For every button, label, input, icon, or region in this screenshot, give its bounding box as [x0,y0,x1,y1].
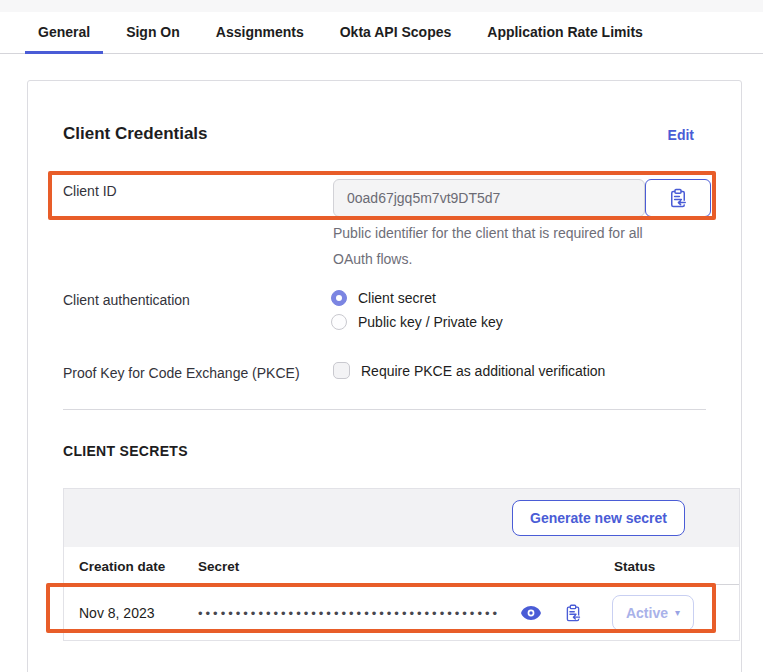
client-id-input[interactable]: 0oad67jgq5m7vt9DT5d7 [333,179,645,217]
chevron-down-icon: ▾ [675,607,680,618]
reveal-secret-button[interactable] [521,603,541,623]
radio-selected-icon[interactable] [331,290,347,306]
radio-option-public-private-key[interactable]: Public key / Private key [331,314,503,330]
tab-okta-api-scopes[interactable]: Okta API Scopes [327,12,465,54]
eye-icon [521,606,541,620]
pkce-option-row[interactable]: Require PKCE as additional verification [333,362,605,379]
tab-sign-on[interactable]: Sign On [113,12,193,54]
column-header-creation-date: Creation date [79,558,165,573]
top-strip [0,0,763,12]
client-id-label: Client ID [63,183,117,199]
clipboard-copy-icon [668,188,688,208]
clipboard-copy-icon [564,604,582,622]
tab-application-rate-limits[interactable]: Application Rate Limits [474,12,656,54]
radio-option-label: Client secret [358,290,436,306]
masked-secret-cell: •••••••••••••••••••••••••••••••••••••••• [198,605,500,620]
client-credentials-card: Client Credentials Edit Client ID 0oad67… [27,80,742,672]
table-toolbar: Generate new secret [64,489,739,547]
tab-general[interactable]: General [25,12,103,54]
section-divider [63,409,706,410]
client-secrets-table: Generate new secret Creation date Secret… [63,488,740,641]
table-header: Creation date Secret Status [64,547,739,585]
radio-unselected-icon[interactable] [331,314,347,330]
section-title: Client Credentials [63,124,208,144]
secret-table-row: Nov 8, 2023 ••••••••••••••••••••••••••••… [64,585,739,640]
okta-app-settings-page: General Sign On Assignments Okta API Sco… [0,0,763,672]
client-id-help-text: Public identifier for the client that is… [333,220,678,272]
tab-assignments[interactable]: Assignments [203,12,317,54]
generate-new-secret-button[interactable]: Generate new secret [512,500,685,536]
column-header-secret: Secret [198,558,239,573]
edit-button[interactable]: Edit [668,127,694,143]
status-dropdown-button[interactable]: Active ▾ [612,595,694,631]
pkce-label: Proof Key for Code Exchange (PKCE) [63,365,300,381]
copy-secret-button[interactable] [563,603,583,623]
client-authentication-label: Client authentication [63,292,190,308]
column-header-status: Status [614,558,655,573]
copy-client-id-button[interactable] [645,179,711,217]
status-label: Active [626,605,668,621]
client-secrets-heading: CLIENT SECRETS [63,443,188,459]
creation-date-cell: Nov 8, 2023 [79,605,155,621]
pkce-checkbox[interactable] [333,362,350,379]
pkce-option-label: Require PKCE as additional verification [361,363,605,379]
client-authentication-options: Client secret Public key / Private key [331,290,503,330]
radio-option-label: Public key / Private key [358,314,503,330]
tab-bar: General Sign On Assignments Okta API Sco… [0,12,763,54]
radio-option-client-secret[interactable]: Client secret [331,290,503,306]
